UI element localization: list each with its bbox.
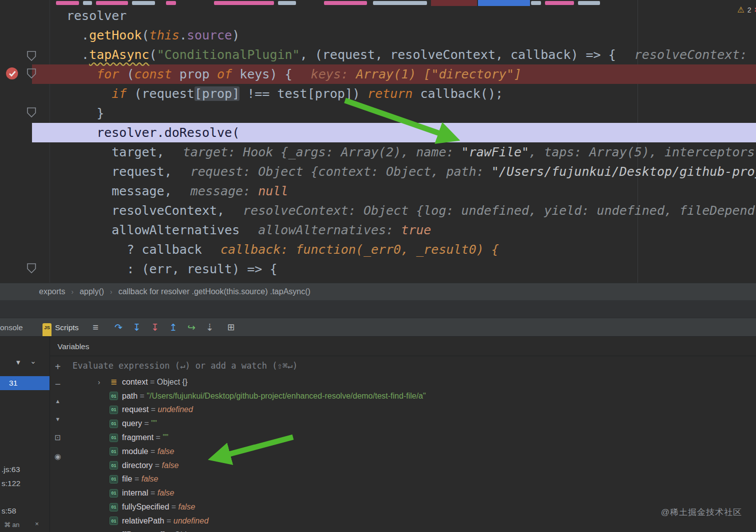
- primitive-icon: 01: [110, 461, 118, 470]
- variable-row[interactable]: 01fragment = "": [66, 431, 756, 445]
- breadcrumb-item[interactable]: callback for resolver .getHook(this.sour…: [118, 287, 310, 296]
- move-watch-down-icon[interactable]: ▼: [50, 416, 66, 422]
- step-out-icon[interactable]: ↥: [166, 318, 181, 337]
- run-to-cursor-icon[interactable]: ↪: [184, 318, 199, 337]
- variable-name: directory: [122, 461, 152, 470]
- breakpoint-hit-icon[interactable]: [4, 65, 20, 81]
- variable-value: "": [162, 433, 168, 442]
- variable-row[interactable]: 01internal = false: [66, 486, 756, 500]
- move-watch-up-icon[interactable]: ▲: [50, 398, 66, 404]
- gutter-marker-icon[interactable]: [26, 106, 37, 118]
- variable-value: false: [158, 447, 174, 456]
- code-line[interactable]: for (const prop of keys) {keys: Array(1)…: [0, 64, 756, 84]
- primitive-icon: 01: [110, 517, 118, 525]
- step-over-icon[interactable]: ↷: [111, 318, 126, 337]
- frames-panel: ▼ ⌄ 31.js:63s:122s:58 ⌘ an ×: [0, 337, 50, 532]
- code-line[interactable]: allowAlternativesallowAlternatives: true: [0, 220, 756, 240]
- variable-row[interactable]: ›≣[[Prototype]] = Object: [66, 528, 756, 532]
- copy-value-icon[interactable]: ⊡: [50, 433, 66, 442]
- show-watches-icon[interactable]: ◉: [50, 452, 66, 461]
- code-token: allowAlternatives: [66, 223, 240, 237]
- variable-row[interactable]: ›≣context = Object {}: [66, 375, 756, 389]
- code-line[interactable]: }: [0, 103, 756, 123]
- variable-value: Object: [174, 531, 198, 532]
- variable-row[interactable]: 01query = "": [66, 417, 756, 431]
- stack-frame-item[interactable]: s:58: [0, 504, 50, 518]
- variable-row[interactable]: 01module = false: [66, 445, 756, 459]
- code-line[interactable]: message,message: null: [0, 181, 756, 201]
- add-watch-icon[interactable]: +: [50, 361, 66, 373]
- variable-row[interactable]: 01request = undefined: [66, 403, 756, 417]
- code-token: ): [232, 28, 240, 42]
- evaluate-expression-icon[interactable]: ⊞: [224, 318, 238, 337]
- code-line[interactable]: : (err, result) => {: [0, 259, 756, 279]
- evaluate-expression-input[interactable]: [72, 360, 522, 371]
- code-token: , (request, resolveContext, callback) =>…: [300, 47, 616, 62]
- inline-debug-hint: message: null: [190, 184, 288, 198]
- breadcrumb: exports›apply()›callback for resolver .g…: [0, 283, 756, 300]
- primitive-icon: 01: [110, 392, 118, 400]
- tab-console[interactable]: onsole: [0, 318, 23, 337]
- variable-row[interactable]: 01directory = false: [66, 459, 756, 473]
- gutter-marker-icon[interactable]: [26, 50, 37, 62]
- force-step-into-icon[interactable]: ↧: [148, 318, 162, 337]
- code-token: (: [119, 67, 134, 81]
- filter-icon[interactable]: ▼: [15, 359, 22, 366]
- code-line[interactable]: resolver: [0, 6, 756, 25]
- code-lines: resolver .getHook(this.source) .tapAsync…: [0, 6, 756, 279]
- variable-row[interactable]: 01path = "/Users/fujunkui/Desktop/github…: [66, 389, 756, 403]
- code-line[interactable]: ? callbackcallback: function(_err0, _res…: [0, 240, 756, 259]
- code-line[interactable]: .getHook(this.source): [0, 25, 756, 45]
- code-token: [prop]: [194, 86, 240, 101]
- stack-frame-item[interactable]: .js:63: [0, 463, 50, 477]
- code-editor[interactable]: resolver .getHook(this.source) .tapAsync…: [0, 0, 756, 283]
- gutter-marker-icon[interactable]: [26, 67, 37, 79]
- code-line[interactable]: request,request: Object {context: Object…: [0, 162, 756, 181]
- object-icon: ≣: [110, 378, 118, 386]
- equals-sign: =: [148, 489, 157, 498]
- variable-row[interactable]: 01file = false: [66, 473, 756, 487]
- remove-watch-icon[interactable]: −: [50, 379, 66, 390]
- breadcrumb-item[interactable]: apply(): [80, 287, 104, 296]
- variable-row[interactable]: 01fullySpecified = false: [66, 500, 756, 514]
- clipped-code-fragment: [531, 1, 541, 5]
- variables-panel: ›≣context = Object {}01path = "/Users/fu…: [66, 356, 756, 532]
- smart-step-into-icon[interactable]: ⇣: [202, 318, 218, 337]
- code-token: this: [150, 28, 180, 42]
- variable-value: Object {}: [157, 378, 188, 387]
- close-icon[interactable]: ×: [35, 520, 39, 528]
- clipped-code-fragment: [324, 1, 367, 5]
- equals-sign: =: [138, 392, 146, 401]
- breadcrumb-item[interactable]: exports: [39, 287, 65, 296]
- code-token: : (err, result) => {: [66, 262, 277, 276]
- tab-scripts[interactable]: Scripts: [55, 318, 78, 337]
- chevron-right-icon[interactable]: ›: [94, 378, 104, 386]
- code-line[interactable]: .tapAsync("ConditionalPlugin", (request,…: [0, 45, 756, 64]
- code-token: (: [150, 47, 157, 62]
- primitive-icon: 01: [110, 489, 118, 498]
- code-line[interactable]: resolveContext,resolveContext: Object {l…: [0, 201, 756, 220]
- problems-badge[interactable]: ⚠ 2 ×: [738, 5, 756, 14]
- hamburger-menu-icon[interactable]: ≡: [89, 318, 102, 337]
- code-token: callback();: [412, 86, 503, 101]
- equals-sign: =: [164, 517, 174, 526]
- code-line[interactable]: target,target: Hook {_args: Array(2), na…: [0, 142, 756, 162]
- inline-debug-hint: resolveContext: (: [634, 47, 756, 62]
- stack-frame-item[interactable]: 31: [0, 376, 50, 390]
- equals-sign: =: [152, 461, 162, 470]
- variables-title: Variables: [58, 342, 89, 351]
- variable-row[interactable]: 01relativePath = undefined: [66, 514, 756, 528]
- clipped-top-code-line: [0, 0, 756, 6]
- stack-frame-item[interactable]: s:122: [0, 477, 50, 491]
- inline-debug-hint: request: Object {context: Object, path: …: [190, 164, 756, 179]
- step-into-icon[interactable]: ↧: [130, 318, 144, 337]
- inline-debug-hint: callback: function(_err0, _result0) {: [220, 242, 499, 257]
- code-line[interactable]: if (request[prop] !== test[prop]) return…: [0, 84, 756, 103]
- code-token: .: [66, 28, 89, 42]
- debug-toolbar: onsole JS Scripts ≡ ↷↧↧↥↪⇣ ⊞: [0, 318, 756, 336]
- gutter-marker-icon[interactable]: [26, 262, 37, 274]
- code-line[interactable]: resolver.doResolve(: [0, 123, 756, 142]
- debugger-panel: ▼ ⌄ 31.js:63s:122s:58 ⌘ an × Variables +…: [0, 336, 756, 532]
- code-token: resolver: [66, 8, 126, 23]
- chevron-down-icon[interactable]: ⌄: [30, 357, 36, 366]
